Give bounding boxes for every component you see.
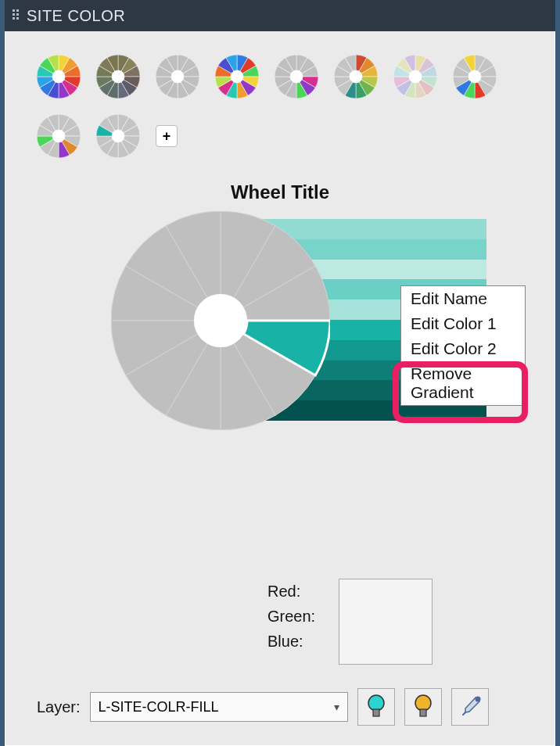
eyedropper-button[interactable] bbox=[451, 688, 489, 726]
svg-point-8 bbox=[52, 130, 65, 142]
svg-point-5 bbox=[350, 70, 362, 83]
bottom-row: Layer: L-SITE-COLR-FILL ▾ bbox=[37, 688, 489, 726]
svg-point-11 bbox=[368, 695, 384, 711]
svg-point-10 bbox=[194, 294, 247, 347]
bulb-teal-icon bbox=[365, 694, 387, 719]
bulb-amber-button[interactable] bbox=[404, 688, 442, 726]
layer-select-value: L-SITE-COLR-FILL bbox=[99, 699, 219, 716]
red-label: Red: bbox=[267, 579, 315, 604]
preset-wheel-7[interactable] bbox=[453, 55, 497, 99]
drag-handle-icon[interactable] bbox=[13, 9, 19, 22]
green-label: Green: bbox=[267, 604, 315, 629]
preset-wheel-2[interactable] bbox=[156, 55, 199, 99]
context-menu-item-3[interactable]: RemoveGradient bbox=[401, 361, 525, 405]
svg-point-9 bbox=[112, 130, 124, 142]
svg-point-15 bbox=[475, 697, 480, 702]
preset-wheel-1[interactable] bbox=[96, 55, 140, 99]
bulb-amber-icon bbox=[412, 694, 434, 719]
context-menu-item-0[interactable]: Edit Name bbox=[401, 286, 525, 311]
context-menu: Edit NameEdit Color 1Edit Color 2RemoveG… bbox=[400, 285, 526, 406]
eyedropper-icon bbox=[458, 695, 482, 719]
svg-point-0 bbox=[52, 70, 65, 83]
panel-body: + Wheel Title Edit NameEdit Color 1Edit … bbox=[5, 31, 555, 746]
preset-grid: + bbox=[5, 31, 555, 158]
preset-wheel-5[interactable] bbox=[334, 55, 378, 99]
preset-wheel-8[interactable] bbox=[37, 114, 81, 158]
color-swatch-preview bbox=[339, 579, 433, 665]
wheel-title: Wheel Title bbox=[5, 181, 555, 203]
chevron-down-icon: ▾ bbox=[334, 701, 339, 713]
preset-wheel-0[interactable] bbox=[37, 55, 81, 99]
panel-title: SITE COLOR bbox=[27, 7, 125, 25]
preset-wheel-9[interactable] bbox=[96, 114, 140, 158]
svg-rect-14 bbox=[420, 709, 426, 716]
blue-label: Blue: bbox=[267, 629, 315, 654]
preset-wheel-4[interactable] bbox=[275, 55, 318, 99]
bulb-teal-button[interactable] bbox=[357, 688, 395, 726]
svg-point-7 bbox=[468, 70, 481, 83]
svg-point-2 bbox=[171, 70, 184, 83]
layer-select[interactable]: L-SITE-COLR-FILL ▾ bbox=[90, 692, 348, 722]
wheel-main-area: Edit NameEdit Color 1Edit Color 2RemoveG… bbox=[5, 211, 555, 469]
preset-wheel-6[interactable] bbox=[393, 55, 437, 99]
svg-point-13 bbox=[415, 695, 431, 711]
titlebar[interactable]: SITE COLOR bbox=[5, 0, 555, 31]
preset-wheel-3[interactable] bbox=[215, 55, 259, 99]
context-menu-item-2[interactable]: Edit Color 2 bbox=[401, 336, 525, 361]
add-preset-button[interactable]: + bbox=[156, 125, 178, 147]
color-wheel[interactable] bbox=[111, 211, 330, 430]
svg-rect-12 bbox=[373, 709, 379, 716]
svg-point-6 bbox=[409, 70, 422, 83]
layer-label: Layer: bbox=[37, 698, 81, 716]
rgb-section: Red: Green: Blue: bbox=[267, 579, 433, 665]
svg-point-1 bbox=[112, 70, 124, 83]
context-menu-item-1[interactable]: Edit Color 1 bbox=[401, 311, 525, 336]
svg-point-4 bbox=[290, 70, 303, 83]
svg-point-3 bbox=[231, 70, 243, 83]
